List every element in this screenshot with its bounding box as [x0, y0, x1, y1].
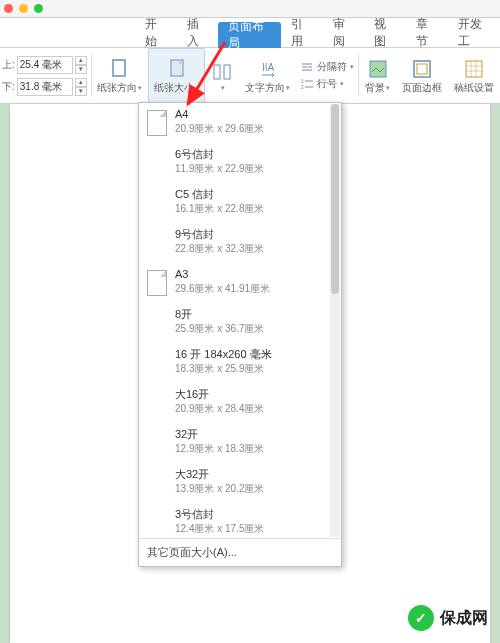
margin-top-decrease[interactable]: ▼ [75, 65, 87, 74]
dropdown-list: A420.9厘米 x 29.6厘米6号信封11.9厘米 x 22.9厘米C5 信… [139, 103, 341, 538]
paper-size-option[interactable]: A420.9厘米 x 29.6厘米 [139, 103, 341, 143]
paper-size-label: 纸张大小 [154, 81, 194, 95]
svg-rect-3 [224, 65, 230, 79]
paper-size-dimensions: 22.8厘米 x 32.3厘米 [175, 242, 335, 256]
paper-size-dropdown: A420.9厘米 x 29.6厘米6号信封11.9厘米 x 22.9厘米C5 信… [138, 102, 342, 567]
paper-size-dimensions: 13.9厘米 x 20.2厘米 [175, 482, 335, 496]
svg-rect-10 [466, 61, 482, 77]
orientation-label: 纸张方向 [97, 81, 137, 95]
ribbon: 上: ▲ ▼ 下: ▲ ▼ 纸张方向▾ 纸张大小▾ [0, 48, 500, 104]
tab-review[interactable]: 审阅 [323, 18, 365, 47]
page-thumb-icon [143, 426, 171, 460]
paper-size-name: A3 [175, 266, 335, 282]
columns-button[interactable]: ▾ [205, 48, 239, 103]
other-page-sizes-button[interactable]: 其它页面大小(A)... [139, 538, 341, 566]
paper-size-dimensions: 12.4厘米 x 17.5厘米 [175, 522, 335, 536]
line-numbers-icon: 12 [300, 77, 314, 91]
text-direction-label: 文字方向 [245, 81, 285, 95]
text-direction-button[interactable]: IIA 文字方向▾ [239, 48, 296, 103]
paper-size-name: 9号信封 [175, 226, 335, 242]
paper-size-option[interactable]: 16 开 184x260 毫米18.3厘米 x 25.9厘米 [139, 343, 341, 383]
margin-bottom-label: 下: [2, 80, 15, 94]
chevron-down-icon: ▾ [138, 84, 142, 92]
margin-bottom-input[interactable] [17, 78, 73, 96]
page-border-button[interactable]: 页面边框 [396, 48, 448, 103]
paper-size-name: A4 [175, 106, 335, 122]
tab-home[interactable]: 开始 [135, 18, 177, 47]
breaks-group: 分隔符 ▾ 12 行号 ▾ [296, 48, 358, 103]
paper-size-dimensions: 29.6厘米 x 41.91厘米 [175, 282, 335, 296]
margin-bottom-decrease[interactable]: ▼ [75, 87, 87, 96]
tab-view[interactable]: 视图 [364, 18, 406, 47]
paper-size-option[interactable]: 9号信封22.8厘米 x 32.3厘米 [139, 223, 341, 263]
svg-text:2: 2 [301, 84, 304, 90]
chevron-down-icon: ▾ [350, 63, 354, 71]
ribbon-tabbar: 开始 插入 页面布局 引用 审阅 视图 章节 开发工 [0, 18, 500, 48]
dropdown-scrollbar[interactable] [330, 104, 340, 537]
breaks-icon [300, 60, 314, 74]
paper-size-name: 16 开 184x260 毫米 [175, 346, 335, 362]
paper-size-name: 32开 [175, 426, 335, 442]
svg-rect-9 [417, 64, 427, 74]
background-icon [367, 57, 389, 81]
paper-size-dimensions: 11.9厘米 x 22.9厘米 [175, 162, 335, 176]
margin-top-increase[interactable]: ▲ [75, 56, 87, 65]
paper-size-option[interactable]: 大16开20.9厘米 x 28.4厘米 [139, 383, 341, 423]
minimize-window-icon[interactable] [19, 4, 28, 13]
tab-references[interactable]: 引用 [281, 18, 323, 47]
page-thumb-icon [143, 266, 171, 300]
orientation-button[interactable]: 纸张方向▾ [91, 48, 148, 103]
watermark-check-icon: ✓ [408, 605, 434, 631]
line-numbers-label: 行号 [317, 77, 337, 91]
line-numbers-button[interactable]: 12 行号 ▾ [300, 77, 354, 91]
paper-size-icon [166, 57, 188, 81]
scrollbar-thumb[interactable] [331, 104, 339, 294]
tab-sections[interactable]: 章节 [406, 18, 448, 47]
margin-bottom-increase[interactable]: ▲ [75, 78, 87, 87]
page-thumb-icon [143, 226, 171, 260]
maximize-window-icon[interactable] [34, 4, 43, 13]
paper-size-button[interactable]: 纸张大小▾ [148, 48, 205, 103]
page-border-label: 页面边框 [402, 81, 442, 95]
paper-size-option[interactable]: C5 信封16.1厘米 x 22.8厘米 [139, 183, 341, 223]
tab-insert[interactable]: 插入 [177, 18, 219, 47]
columns-icon [211, 60, 233, 84]
breaks-button[interactable]: 分隔符 ▾ [300, 60, 354, 74]
paper-size-name: 大32开 [175, 466, 335, 482]
chevron-down-icon: ▾ [386, 84, 390, 92]
page-thumb-icon [143, 146, 171, 180]
tab-page-layout[interactable]: 页面布局 [218, 22, 281, 48]
paper-size-dimensions: 20.9厘米 x 28.4厘米 [175, 402, 335, 416]
watermark-text: 保成网 [440, 608, 488, 629]
paper-size-dimensions: 12.9厘米 x 18.3厘米 [175, 442, 335, 456]
paper-size-option[interactable]: 32开12.9厘米 x 18.3厘米 [139, 423, 341, 463]
margins-group: 上: ▲ ▼ 下: ▲ ▼ [0, 48, 91, 103]
margin-top-input[interactable] [17, 56, 73, 74]
chevron-down-icon: ▾ [340, 80, 344, 88]
manuscript-button[interactable]: 稿纸设置 [448, 48, 500, 103]
paper-size-option[interactable]: 6号信封11.9厘米 x 22.9厘米 [139, 143, 341, 183]
text-direction-icon: IIA [257, 57, 279, 81]
chevron-down-icon: ▾ [195, 84, 199, 92]
page-thumb-icon [143, 186, 171, 220]
paper-size-option[interactable]: 3号信封12.4厘米 x 17.5厘米 [139, 503, 341, 538]
paper-size-dimensions: 18.3厘米 x 25.9厘米 [175, 362, 335, 376]
paper-size-name: 8开 [175, 306, 335, 322]
paper-size-option[interactable]: 大32开13.9厘米 x 20.2厘米 [139, 463, 341, 503]
tab-developer[interactable]: 开发工 [448, 18, 500, 47]
page-thumb-icon [143, 386, 171, 420]
page-thumb-icon [143, 306, 171, 340]
close-window-icon[interactable] [4, 4, 13, 13]
manuscript-icon [463, 57, 485, 81]
paper-size-option[interactable]: A329.6厘米 x 41.91厘米 [139, 263, 341, 303]
background-label: 背景 [365, 81, 385, 95]
margin-top-label: 上: [2, 58, 15, 72]
paper-size-dimensions: 25.9厘米 x 36.7厘米 [175, 322, 335, 336]
page-thumb-icon [143, 346, 171, 380]
watermark: ✓ 保成网 [408, 605, 488, 631]
background-button[interactable]: 背景▾ [359, 48, 396, 103]
page-thumb-icon [143, 466, 171, 500]
paper-size-option[interactable]: 8开25.9厘米 x 36.7厘米 [139, 303, 341, 343]
margin-top-row: 上: ▲ ▼ [0, 56, 87, 74]
page-border-icon [411, 57, 433, 81]
